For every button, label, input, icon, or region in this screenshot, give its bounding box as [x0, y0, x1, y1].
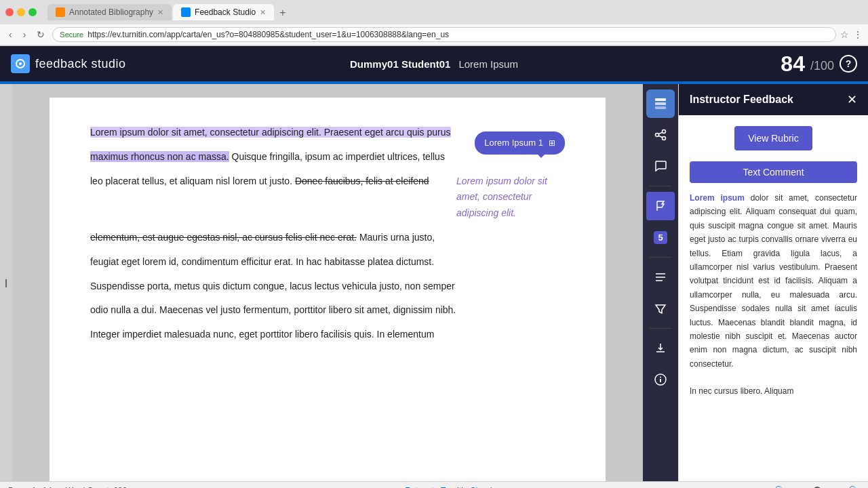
feedback-text-content: dolor sit amet, consectetur adipiscing e…: [690, 193, 857, 369]
forward-button[interactable]: ›: [20, 28, 30, 41]
strikethrough-text: Donec faucibus, felis at eleifend: [295, 176, 429, 186]
word-count: Word Count: 626: [66, 486, 127, 489]
browser-titlebar: Annotated Bibliography ✕ Feedback Studio…: [0, 0, 868, 24]
header-center: Dummy01 Student01 Lorem Ipsum: [350, 58, 518, 70]
assignment-name: Lorem Ipsum: [458, 58, 518, 70]
logo-area: feedback studio: [11, 54, 126, 73]
back-button[interactable]: ‹: [5, 28, 16, 41]
paragraph-3-italic: Lorem ipsum dolor sit amet, consectetur …: [456, 174, 565, 222]
svg-rect-2: [655, 98, 666, 101]
bottom-center: Return to Turnitin Classic: [406, 486, 496, 489]
student-name: Dummy01 Student01: [350, 58, 450, 70]
share-tool-button[interactable]: [646, 121, 675, 149]
comment-bubble-label: Lorem Ipsum 1: [484, 136, 543, 150]
address-url: https://ev.turnitin.com/app/carta/en_us?…: [87, 30, 449, 39]
browser-nav: ‹ › ↻ Secure https://ev.turnitin.com/app…: [0, 24, 868, 45]
comment-tool-button[interactable]: [646, 152, 675, 180]
comment-bubble[interactable]: Lorem Ipsum 1 ⊞: [475, 131, 565, 155]
paragraph-5: feugiat eget lorem id, condimentum effic…: [90, 254, 565, 270]
normal-text: leo placerat tellus, et aliquam nisl lor…: [90, 176, 295, 186]
tools-sidebar: 5: [643, 84, 678, 481]
info-tool-button[interactable]: [646, 365, 675, 394]
app-header: feedback studio Dummy01 Student01 Lorem …: [0, 46, 868, 81]
highlighted-text: maximus rhoncus non ac massa.: [90, 151, 229, 162]
number-badge: 5: [646, 223, 675, 251]
highlighted-text: Lorem ipsum dolor sit amet, consectetur …: [90, 127, 451, 138]
feedback-content: View Rubric Text Comment Lorem ipsum dol…: [679, 115, 868, 481]
document-area: Lorem Ipsum 1 ⊞ Lorem ipsum dolor sit am…: [12, 84, 643, 481]
return-to-classic-link[interactable]: Return to Turnitin Classic: [406, 486, 496, 489]
svg-line-9: [658, 136, 663, 138]
svg-point-1: [19, 62, 22, 65]
svg-rect-3: [655, 102, 666, 105]
feedback-header: Instructor Feedback ✕: [679, 84, 868, 115]
paragraph-3: leo placerat tellus, et aliquam nisl lor…: [90, 174, 565, 222]
browser-tabs: Annotated Bibliography ✕ Feedback Studio…: [47, 4, 863, 20]
filter-tool-button[interactable]: [646, 294, 675, 323]
maximize-dot[interactable]: [28, 8, 37, 16]
normal-text: Mauris urna justo,: [359, 232, 435, 243]
svg-point-6: [663, 130, 666, 134]
score-total: /100: [810, 59, 834, 73]
bottom-bar: Page: 1 of 4 Word Count: 626 Return to T…: [0, 481, 868, 488]
grid-icon: ⊞: [549, 136, 555, 150]
feedback-panel-title: Instructor Feedback: [690, 94, 793, 106]
text-comment-header: Text Comment: [690, 161, 857, 183]
text: Integer imperdiet malesuada nunc, eget p…: [90, 329, 434, 340]
minimize-dot[interactable]: [17, 8, 25, 16]
logo-icon: [11, 54, 30, 73]
paragraph-7: odio nulla a dui. Maecenas vel justo fer…: [90, 302, 565, 319]
left-panel-toggle[interactable]: ❙: [0, 84, 12, 481]
feedback-close-button[interactable]: ✕: [847, 92, 857, 107]
bottom-left: Page: 1 of 4 Word Count: 626: [8, 486, 127, 489]
new-tab-button[interactable]: +: [275, 5, 290, 20]
flag-tool-button[interactable]: [646, 192, 675, 220]
feedback-body-text: Lorem ipsum dolor sit amet, consectetur …: [690, 191, 857, 399]
tool-divider-3: [650, 328, 671, 329]
close-dot[interactable]: [5, 8, 14, 16]
tab-close-button[interactable]: ✕: [157, 8, 163, 17]
address-bar[interactable]: Secure https://ev.turnitin.com/app/carta…: [52, 27, 836, 42]
svg-point-7: [663, 137, 666, 140]
feedback-panel: Instructor Feedback ✕ View Rubric Text C…: [678, 84, 868, 481]
menu-icon[interactable]: ⋮: [853, 29, 863, 40]
paragraph-4: elementum, est augue egestas nisl, ac cu…: [90, 230, 565, 246]
help-icon[interactable]: ?: [840, 55, 857, 73]
tool-divider-2: [650, 257, 671, 258]
paragraph-3-left: leo placerat tellus, et aliquam nisl lor…: [90, 174, 436, 222]
align-tool-button[interactable]: [646, 263, 675, 291]
view-rubric-button[interactable]: View Rubric: [734, 126, 812, 150]
score-number: 84: [781, 52, 805, 77]
badge-number: 5: [654, 231, 667, 244]
text: feugiat eget lorem id, condimentum effic…: [90, 256, 434, 267]
browser-chrome: Annotated Bibliography ✕ Feedback Studio…: [0, 0, 868, 46]
bookmark-icon[interactable]: ☆: [840, 29, 849, 40]
document-paper: Lorem Ipsum 1 ⊞ Lorem ipsum dolor sit am…: [50, 98, 606, 481]
strikethrough-text: elementum, est augue egestas nisl, ac cu…: [90, 232, 357, 243]
secure-badge: Secure: [60, 30, 83, 39]
text: Suspendisse porta, metus quis dictum con…: [90, 281, 455, 291]
tab-label: Feedback Studio: [195, 7, 256, 17]
svg-point-15: [660, 377, 661, 378]
tab-feedback-studio[interactable]: Feedback Studio ✕: [173, 4, 274, 20]
bottom-right: 🔍 🔍: [774, 485, 860, 489]
layers-tool-button[interactable]: [646, 89, 675, 118]
header-right: 84 /100 ?: [781, 52, 857, 77]
zoom-controls: 🔍 🔍: [774, 485, 860, 489]
download-tool-button[interactable]: [646, 334, 675, 363]
browser-dots: [5, 8, 37, 16]
feedback-text-content-2: In nec cursus libero. Aliquam: [690, 386, 793, 396]
normal-text: Quisque fringilla, ipsum ac imperdiet ul…: [232, 151, 445, 162]
tab-label: Annotated Bibliography: [69, 7, 153, 17]
page-info: Page: 1 of 4: [8, 486, 52, 489]
tool-divider: [650, 186, 671, 186]
toggle-icon: ❙: [3, 278, 9, 287]
svg-line-8: [658, 132, 663, 134]
text: odio nulla a dui. Maecenas vel justo fer…: [90, 304, 456, 315]
tab-annotated-bibliography[interactable]: Annotated Bibliography ✕: [47, 4, 172, 20]
zoom-in-icon[interactable]: 🔍: [848, 485, 860, 489]
refresh-button[interactable]: ↻: [33, 28, 48, 41]
italic-comment-text: Lorem ipsum dolor sit amet, consectetur …: [456, 176, 547, 219]
tab-close-button[interactable]: ✕: [260, 8, 266, 17]
zoom-out-icon[interactable]: 🔍: [774, 485, 786, 489]
